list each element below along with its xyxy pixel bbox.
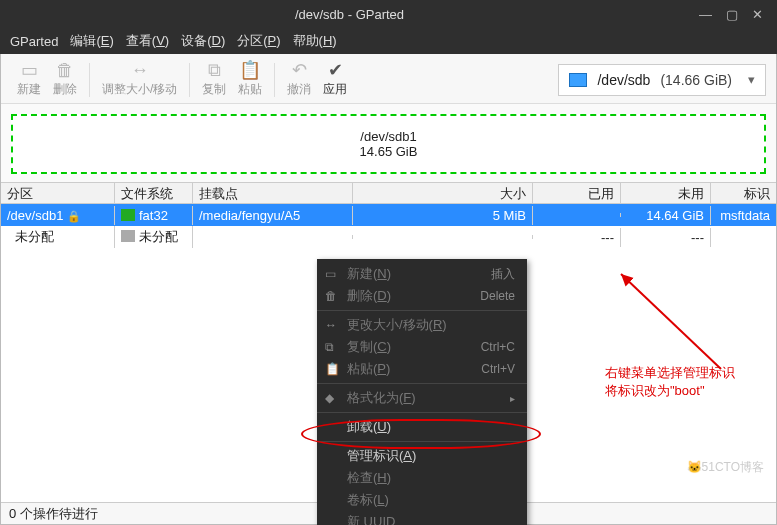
table-row[interactable]: /dev/sdb1 🔒 fat32 /media/fengyu/A5 5 MiB… xyxy=(1,204,776,226)
menu-partition[interactable]: 分区(P) xyxy=(237,32,280,50)
diskmap-partition-size: 14.65 GiB xyxy=(360,144,418,159)
toolbar-resize-button: ↔ 调整大小/移动 xyxy=(96,59,183,100)
toolbar-delete-button: 🗑 删除 xyxy=(47,59,83,100)
device-selector-device: /dev/sdb xyxy=(597,72,650,88)
watermark: 🐱51CTO博客 xyxy=(687,459,764,476)
toolbar-resize-label: 调整大小/移动 xyxy=(102,81,177,98)
new-icon: ▭ xyxy=(21,61,38,79)
apply-icon: ✔ xyxy=(328,61,343,79)
paste-icon: 📋 xyxy=(239,61,261,79)
device-selector-size: (14.66 GiB) xyxy=(660,72,732,88)
ctx-manage-flags[interactable]: 管理标识(A) xyxy=(317,445,527,467)
window-minimize-button[interactable]: — xyxy=(699,7,712,22)
ctx-resize: ↔更改大小/移动(R) xyxy=(317,314,527,336)
col-mountpoint[interactable]: 挂载点 xyxy=(193,183,353,203)
window-maximize-button[interactable]: ▢ xyxy=(726,7,738,22)
app-body: ▭ 新建 🗑 删除 ↔ 调整大小/移动 ⧉ 复制 📋 粘贴 ↶ 撤消 ✔ 应用 xyxy=(0,54,777,525)
toolbar-undo-label: 撤消 xyxy=(287,81,311,98)
toolbar-paste-button: 📋 粘贴 xyxy=(232,59,268,100)
col-partition[interactable]: 分区 xyxy=(1,183,115,203)
ctx-delete: 🗑删除(D)Delete xyxy=(317,285,527,307)
device-selector[interactable]: /dev/sdb (14.66 GiB) ▾ xyxy=(558,64,766,96)
toolbar-copy-label: 复制 xyxy=(202,81,226,98)
fs-swatch-fat32 xyxy=(121,209,135,221)
disk-graphical-view[interactable]: /dev/sdb1 14.65 GiB xyxy=(11,114,766,174)
delete-icon: 🗑 xyxy=(56,61,74,79)
col-free[interactable]: 未用 xyxy=(621,183,711,203)
menu-gparted[interactable]: GParted xyxy=(10,34,58,49)
ctx-new: ▭新建(N)插入 xyxy=(317,263,527,285)
col-filesystem[interactable]: 文件系统 xyxy=(115,183,193,203)
toolbar-apply-button[interactable]: ✔ 应用 xyxy=(317,59,353,100)
fs-swatch-unallocated xyxy=(121,230,135,242)
toolbar-delete-label: 删除 xyxy=(53,81,77,98)
resize-icon: ↔ xyxy=(131,61,149,79)
copy-icon: ⧉ xyxy=(208,61,221,79)
partition-grid-header: 分区 文件系统 挂载点 大小 已用 未用 标识 xyxy=(1,182,776,204)
toolbar-copy-button: ⧉ 复制 xyxy=(196,59,232,100)
menu-help[interactable]: 帮助(H) xyxy=(293,32,337,50)
toolbar: ▭ 新建 🗑 删除 ↔ 调整大小/移动 ⧉ 复制 📋 粘贴 ↶ 撤消 ✔ 应用 xyxy=(1,54,776,104)
toolbar-paste-label: 粘贴 xyxy=(238,81,262,98)
annotation-text: 右键菜单选择管理标识 将标识改为"boot" xyxy=(605,364,770,400)
lock-icon: 🔒 xyxy=(67,210,81,222)
chevron-down-icon: ▾ xyxy=(742,72,755,87)
ctx-new-uuid: 新 UUID xyxy=(317,511,527,525)
ctx-label: 卷标(L) xyxy=(317,489,527,511)
ctx-format-to: ◆格式化为(F)▸ xyxy=(317,387,527,409)
menubar: GParted 编辑(E) 查看(V) 设备(D) 分区(P) 帮助(H) xyxy=(0,28,777,54)
menu-device[interactable]: 设备(D) xyxy=(181,32,225,50)
diskmap-partition-name: /dev/sdb1 xyxy=(360,129,416,144)
window-title: /dev/sdb - GParted xyxy=(0,7,699,22)
menu-view[interactable]: 查看(V) xyxy=(126,32,169,50)
ctx-unmount[interactable]: 卸载(U) xyxy=(317,416,527,438)
window-close-button[interactable]: ✕ xyxy=(752,7,763,22)
col-size[interactable]: 大小 xyxy=(353,183,533,203)
col-flags[interactable]: 标识 xyxy=(711,183,776,203)
toolbar-undo-button: ↶ 撤消 xyxy=(281,59,317,100)
ctx-check: 检查(H) xyxy=(317,467,527,489)
window-titlebar: /dev/sdb - GParted — ▢ ✕ xyxy=(0,0,777,28)
partition-context-menu: ▭新建(N)插入 🗑删除(D)Delete ↔更改大小/移动(R) ⧉复制(C)… xyxy=(317,259,527,525)
col-used[interactable]: 已用 xyxy=(533,183,621,203)
toolbar-apply-label: 应用 xyxy=(323,81,347,98)
toolbar-new-button: ▭ 新建 xyxy=(11,59,47,100)
menu-edit[interactable]: 编辑(E) xyxy=(70,32,113,50)
ctx-copy: ⧉复制(C)Ctrl+C xyxy=(317,336,527,358)
table-row[interactable]: 未分配 未分配 --- --- xyxy=(1,226,776,248)
disk-icon xyxy=(569,73,587,87)
undo-icon: ↶ xyxy=(292,61,307,79)
toolbar-new-label: 新建 xyxy=(17,81,41,98)
ctx-paste: 📋粘贴(P)Ctrl+V xyxy=(317,358,527,380)
